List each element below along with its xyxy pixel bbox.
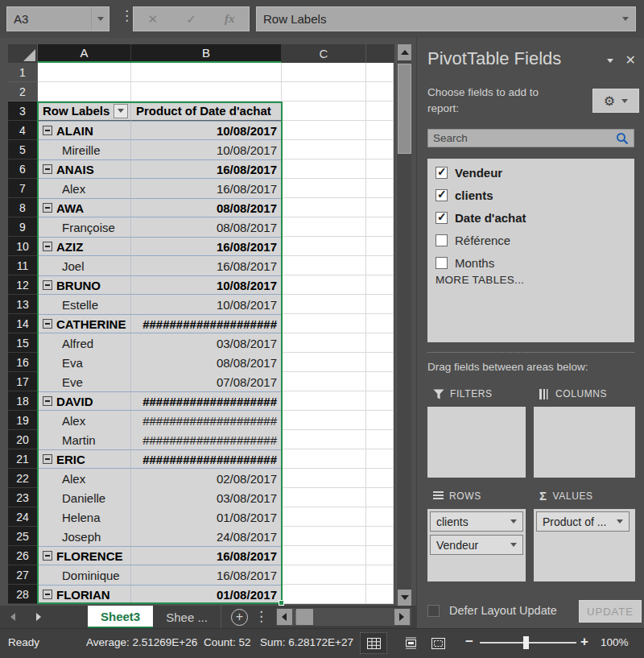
- insert-function-icon[interactable]: fx: [225, 12, 235, 26]
- row-header-9[interactable]: 9: [8, 217, 38, 237]
- cell-D20[interactable]: [366, 430, 394, 449]
- scroll-left-icon[interactable]: [277, 609, 292, 625]
- vertical-scroll-thumb[interactable]: [398, 64, 411, 154]
- cell-B28[interactable]: 01/08/2017: [131, 585, 282, 604]
- cell-A15[interactable]: Alfred: [38, 333, 131, 353]
- collapse-minus-icon[interactable]: [43, 319, 52, 329]
- tools-button[interactable]: ⚙: [592, 89, 639, 113]
- cell-B11[interactable]: 16/08/2017: [131, 256, 282, 275]
- cell-B17[interactable]: 07/08/2017: [131, 372, 282, 391]
- cell-C4[interactable]: [282, 121, 366, 140]
- cell-D10[interactable]: [366, 237, 394, 256]
- field-item-vendeur[interactable]: Vendeur: [436, 164, 502, 180]
- cell-D8[interactable]: [366, 198, 394, 217]
- sheet-tab-active[interactable]: Sheet3: [88, 606, 153, 628]
- cell-C1[interactable]: [282, 63, 366, 82]
- cell-A14[interactable]: CATHERINE: [38, 314, 131, 333]
- cell-B16[interactable]: 08/08/2017: [131, 353, 282, 372]
- cell-C10[interactable]: [282, 237, 366, 256]
- cell-A10[interactable]: AZIZ: [38, 237, 131, 256]
- cell-A27[interactable]: Dominique: [38, 565, 131, 585]
- cell-C2[interactable]: [282, 82, 366, 101]
- horizontal-scrollbar[interactable]: [276, 608, 411, 626]
- cell-B14[interactable]: ####################: [131, 314, 282, 333]
- cell-A9[interactable]: Françoise: [38, 217, 131, 237]
- cell-B22[interactable]: 02/08/2017: [131, 469, 282, 488]
- tab-scroll-right-icon[interactable]: [26, 613, 52, 621]
- row-header-15[interactable]: 15: [8, 333, 38, 353]
- cell-C22[interactable]: [282, 469, 366, 488]
- cell-C18[interactable]: [282, 391, 366, 411]
- row-labels-filter-icon[interactable]: [114, 104, 128, 118]
- row-header-6[interactable]: 6: [8, 159, 38, 179]
- pane-close-icon[interactable]: ✕: [625, 52, 636, 68]
- search-input[interactable]: Search: [427, 129, 634, 147]
- column-header-partial[interactable]: [366, 44, 395, 63]
- chip-dropdown-icon[interactable]: [510, 543, 517, 547]
- cell-B21[interactable]: ####################: [131, 449, 282, 469]
- cell-D16[interactable]: [366, 353, 394, 372]
- cell-A25[interactable]: Joseph: [38, 527, 131, 546]
- field-item-months[interactable]: Months: [436, 255, 494, 271]
- cell-B10[interactable]: 16/08/2017: [131, 237, 282, 256]
- cell-C9[interactable]: [282, 217, 366, 237]
- values-drop-area[interactable]: Product of ...: [534, 509, 635, 581]
- cell-B23[interactable]: 03/08/2017: [131, 488, 282, 507]
- collapse-minus-icon[interactable]: [43, 396, 52, 406]
- formula-bar[interactable]: Row Labels: [256, 6, 636, 31]
- cell-C25[interactable]: [282, 527, 366, 546]
- cell-D21[interactable]: [366, 449, 394, 469]
- cell-D13[interactable]: [366, 295, 394, 314]
- defer-layout-checkbox[interactable]: [427, 605, 440, 617]
- cell-D3[interactable]: [366, 101, 394, 121]
- row-header-13[interactable]: 13: [8, 295, 38, 314]
- cell-D27[interactable]: [366, 565, 394, 585]
- field-item-r-f-rence[interactable]: Référence: [436, 232, 510, 248]
- cell-A13[interactable]: Estelle: [38, 295, 131, 314]
- cell-A21[interactable]: ERIC: [38, 449, 131, 469]
- cell-A26[interactable]: FLORENCE: [38, 546, 131, 565]
- cell-C24[interactable]: [282, 507, 366, 527]
- row-header-8[interactable]: 8: [8, 198, 38, 217]
- cell-D7[interactable]: [366, 179, 394, 198]
- collapse-minus-icon[interactable]: [43, 242, 52, 251]
- cell-B18[interactable]: ####################: [131, 391, 282, 411]
- vertical-scrollbar[interactable]: [396, 44, 411, 606]
- cell-C23[interactable]: [282, 488, 366, 507]
- cell-D19[interactable]: [366, 411, 394, 430]
- cell-D5[interactable]: [366, 140, 394, 159]
- row-header-22[interactable]: 22: [8, 469, 38, 488]
- cell-B12[interactable]: 10/08/2017: [131, 275, 282, 295]
- filters-drop-area[interactable]: [427, 407, 526, 478]
- cell-A23[interactable]: Danielle: [38, 488, 131, 507]
- scroll-right-icon[interactable]: [394, 609, 410, 625]
- name-box-dropdown-icon[interactable]: [91, 7, 109, 31]
- row-header-19[interactable]: 19: [8, 411, 38, 430]
- values-chip-1[interactable]: Product of ...: [536, 511, 630, 532]
- row-header-1[interactable]: 1: [8, 63, 38, 82]
- cell-B4[interactable]: 10/08/2017: [131, 121, 282, 140]
- cell-C16[interactable]: [282, 353, 366, 372]
- zoom-out-icon[interactable]: −: [465, 634, 473, 650]
- cell-C6[interactable]: [282, 159, 366, 179]
- row-header-20[interactable]: 20: [8, 430, 38, 449]
- cell-B20[interactable]: ####################: [131, 430, 282, 449]
- cell-C28[interactable]: [282, 585, 366, 604]
- new-sheet-icon[interactable]: +: [231, 609, 248, 626]
- cell-D9[interactable]: [366, 217, 394, 237]
- cell-D6[interactable]: [366, 159, 394, 179]
- collapse-minus-icon[interactable]: [43, 590, 52, 599]
- cell-B2[interactable]: [131, 82, 282, 101]
- cancel-icon[interactable]: ✕: [148, 12, 159, 27]
- cell-D23[interactable]: [366, 488, 394, 507]
- enter-icon[interactable]: ✓: [186, 12, 196, 27]
- cell-D24[interactable]: [366, 507, 394, 527]
- cell-B6[interactable]: 16/08/2017: [131, 159, 282, 179]
- cell-A5[interactable]: Mireille: [38, 140, 131, 159]
- cell-A2[interactable]: [38, 82, 131, 101]
- cell-C8[interactable]: [282, 198, 366, 217]
- zoom-in-icon[interactable]: +: [580, 634, 588, 650]
- row-header-14[interactable]: 14: [8, 314, 38, 333]
- cell-D18[interactable]: [366, 391, 394, 411]
- cell-A4[interactable]: ALAIN: [38, 121, 131, 140]
